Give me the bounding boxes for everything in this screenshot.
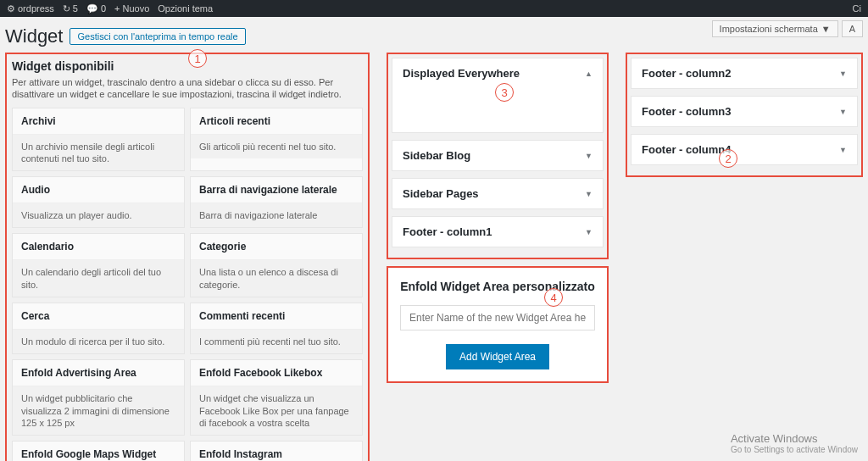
annotation-1: 1 <box>188 49 207 68</box>
widget-item-title: Categorie <box>191 234 362 260</box>
widget-item[interactable]: Enfold Facebook LikeboxUn widget che vis… <box>190 359 363 436</box>
widget-item-desc: Una lista o un elenco a discesa di categ… <box>191 260 362 297</box>
new-link[interactable]: + Nuovo <box>114 3 149 14</box>
help-button[interactable]: A <box>842 20 863 37</box>
comments-icon[interactable]: 💬 0 <box>86 3 106 14</box>
widget-item-title: Enfold Google Maps Widget <box>13 442 184 461</box>
widget-area-header[interactable]: Footer - column3▼ <box>632 97 857 126</box>
widget-item[interactable]: Articoli recentiGli articoli più recenti… <box>190 108 363 172</box>
custom-widget-area-panel: Enfold Widget Area personalizzato Add Wi… <box>387 266 609 383</box>
widget-item-title: Archivi <box>13 108 184 135</box>
widget-area-label: Sidebar Blog <box>403 149 470 162</box>
add-widget-area-button[interactable]: Add Widget Area <box>446 344 549 369</box>
chevron-icon: ▼ <box>585 190 593 198</box>
widget-item-title: Articoli recenti <box>191 108 362 135</box>
chevron-icon: ▼ <box>585 228 593 236</box>
widget-item-desc: Gli articoli più recenti nel tuo sito. <box>191 135 362 158</box>
widget-area: Footer - column2▼ <box>631 58 858 89</box>
widget-area-header[interactable]: Sidebar Blog▼ <box>392 141 603 170</box>
widget-item-title: Enfold Advertising Area <box>13 360 184 386</box>
widget-item-title: Barra di navigazione laterale <box>191 177 362 203</box>
widget-item[interactable]: CalendarioUn calendario degli articoli d… <box>12 233 185 297</box>
page-title: Widget <box>5 25 63 47</box>
widget-area: Sidebar Blog▼ <box>392 140 604 171</box>
widget-item[interactable]: CercaUn modulo di ricerca per il tuo sit… <box>12 303 185 354</box>
widget-item[interactable]: ArchiviUn archivio mensile degli articol… <box>12 108 185 172</box>
widget-area-label: Footer - column2 <box>642 67 731 80</box>
widget-item-desc: Un modulo di ricerca per il tuo sito. <box>13 330 184 353</box>
widget-area-header[interactable]: Displayed Everywhere▲ <box>392 58 603 88</box>
widget-areas-group-1: Displayed Everywhere▲Sidebar Blog▼Sideba… <box>387 53 609 259</box>
admin-bar: ⚙ ordpress ↻ 5 💬 0 + Nuovo Opzioni tema … <box>0 0 868 17</box>
widget-item-desc: Un calendario degli articoli del tuo sit… <box>13 260 184 297</box>
annotation-2: 2 <box>719 149 737 168</box>
chevron-down-icon: ▼ <box>839 108 847 116</box>
widget-item[interactable]: CategorieUna lista o un elenco a discesa… <box>190 233 363 297</box>
admin-right: Ci <box>853 3 861 14</box>
available-widgets-panel: Widget disponibili Per attivare un widge… <box>5 53 370 461</box>
widget-area: Footer - column1▼ <box>392 216 604 247</box>
widget-item-desc: Un archivio mensile degli articoli conte… <box>13 135 184 171</box>
widget-area-label: Sidebar Pages <box>403 187 479 200</box>
widget-item[interactable]: Enfold Advertising AreaUn widget pubblic… <box>12 359 185 436</box>
widget-area: Sidebar Pages▼ <box>392 178 604 209</box>
widget-area-header[interactable]: Footer - column2▼ <box>632 58 857 88</box>
chevron-icon: ▲ <box>585 69 593 78</box>
chevron-down-icon: ▼ <box>839 69 847 78</box>
annotation-3: 3 <box>495 83 514 102</box>
widget-areas-group-2: Footer - column2▼Footer - column3▼Footer… <box>626 53 863 177</box>
chevron-down-icon: ▼ <box>821 24 831 34</box>
widget-item-title: Enfold Instagram <box>191 442 362 461</box>
widget-item-desc: Un widget pubblicitario che visualizza 2… <box>13 386 184 435</box>
theme-options-link[interactable]: Opzioni tema <box>158 3 213 14</box>
widget-area: Footer - column4▼ <box>631 134 858 165</box>
updates-icon[interactable]: ↻ 5 <box>63 3 78 14</box>
chevron-icon: ▼ <box>585 152 593 160</box>
screen-options-button[interactable]: Impostazioni schermata ▼ <box>712 20 838 37</box>
widget-item-desc: Barra di navigazione laterale <box>191 203 362 227</box>
widget-area: Footer - column3▼ <box>631 96 858 127</box>
live-preview-button[interactable]: Gestisci con l'anteprima in tempo reale <box>70 28 245 45</box>
widget-item-title: Calendario <box>13 234 184 260</box>
widget-area-label: Displayed Everywhere <box>403 67 520 80</box>
widget-item[interactable]: Enfold Google Maps WidgetAggiungere una … <box>12 441 185 461</box>
widget-item[interactable]: Enfold InstagramConsente di visualizzare… <box>190 441 363 461</box>
custom-area-title: Enfold Widget Area personalizzato <box>400 280 595 293</box>
custom-area-name-input[interactable] <box>400 305 595 330</box>
widget-area-header[interactable]: Footer - column4▼ <box>632 135 857 164</box>
widget-item-title: Cerca <box>13 303 184 330</box>
widget-item-desc: I commenti più recenti nel tuo sito. <box>191 330 362 353</box>
annotation-4: 4 <box>544 288 563 307</box>
wp-logo[interactable]: ⚙ ordpress <box>7 3 54 14</box>
widget-area-label: Footer - column3 <box>642 105 731 118</box>
widget-area-header[interactable]: Footer - column1▼ <box>392 217 603 247</box>
chevron-down-icon: ▼ <box>839 146 847 154</box>
widget-area-label: Footer - column1 <box>403 225 492 238</box>
widget-item[interactable]: AudioVisualizza un player audio. <box>12 176 185 228</box>
available-widgets-title: Widget disponibili <box>12 59 363 73</box>
widget-item-title: Enfold Facebook Likebox <box>191 360 362 386</box>
widget-area-header[interactable]: Sidebar Pages▼ <box>392 179 603 208</box>
widget-area-label: Footer - column4 <box>642 143 731 156</box>
widget-item-desc: Un widget che visualizza un Facebook Lik… <box>191 386 362 435</box>
widget-item-title: Commenti recenti <box>191 303 362 330</box>
available-widgets-desc: Per attivare un widget, trascinalo dentr… <box>12 76 363 101</box>
widget-item-desc: Visualizza un player audio. <box>13 203 184 227</box>
windows-watermark: Activate Windows Go to Settings to activ… <box>731 432 858 454</box>
widget-item[interactable]: Barra di navigazione lateraleBarra di na… <box>190 176 363 228</box>
widget-item-title: Audio <box>13 177 184 203</box>
widget-item[interactable]: Commenti recentiI commenti più recenti n… <box>190 303 363 354</box>
